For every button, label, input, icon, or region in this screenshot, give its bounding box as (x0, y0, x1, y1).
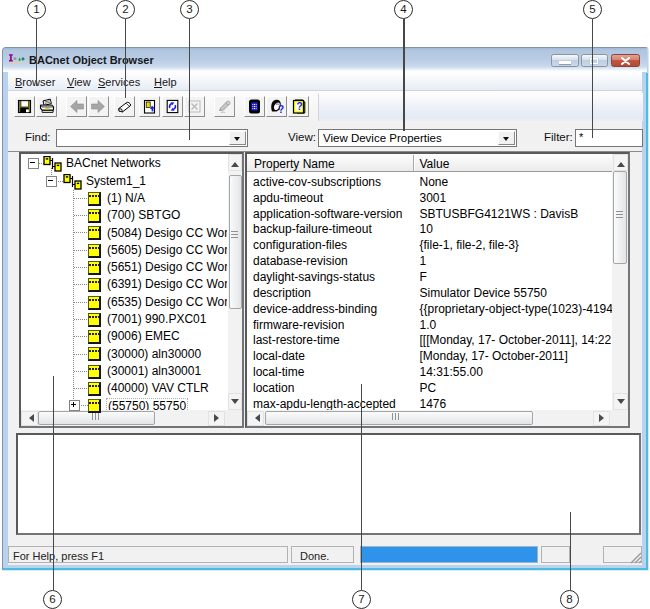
svg-text:?: ? (278, 104, 284, 115)
svg-text:?: ? (297, 101, 303, 112)
